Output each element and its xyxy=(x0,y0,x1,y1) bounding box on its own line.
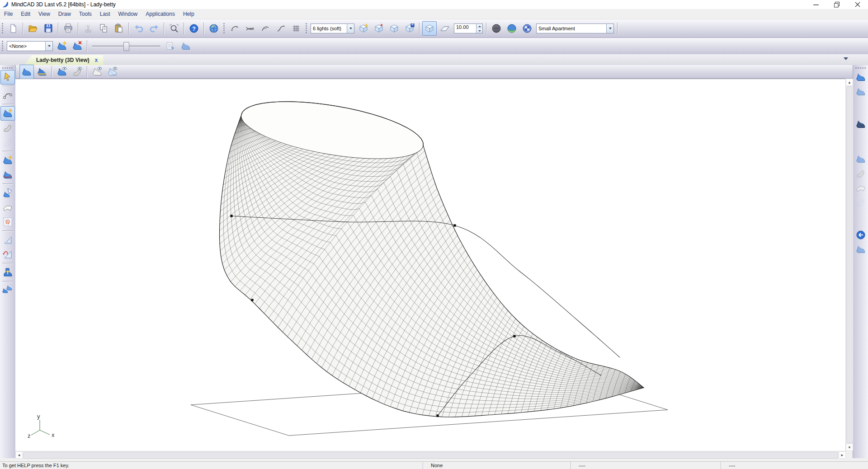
last-design-button[interactable] xyxy=(0,106,15,121)
show-last-button[interactable] xyxy=(55,65,69,79)
curve-cross-button[interactable] xyxy=(243,21,257,36)
curve-edit-button[interactable] xyxy=(0,88,15,103)
material-ground-button[interactable] xyxy=(505,21,519,36)
render-add-button[interactable] xyxy=(356,21,371,36)
cut-button[interactable] xyxy=(81,21,95,36)
material-pattern-button[interactable] xyxy=(520,21,534,36)
surface-patch-button[interactable] xyxy=(0,200,15,215)
flatten-button[interactable] xyxy=(0,186,15,200)
3d-viewport[interactable]: yxz xyxy=(15,79,846,451)
snap-grid-button[interactable] xyxy=(289,21,303,36)
shoe-textured-button[interactable] xyxy=(35,65,49,79)
menu-tools[interactable]: Tools xyxy=(75,9,96,19)
aux-tool-5-button[interactable] xyxy=(854,242,868,257)
lights-combo[interactable]: 6 lights (soft) xyxy=(311,23,354,33)
scroll-up-icon[interactable]: ▲ xyxy=(846,79,853,86)
environment-combo[interactable]: Small Apartment xyxy=(536,23,614,33)
menu-window[interactable]: Window xyxy=(114,9,142,19)
menu-edit[interactable]: Edit xyxy=(17,9,34,19)
select-button[interactable] xyxy=(0,70,15,84)
sole-outline-button[interactable] xyxy=(0,135,15,150)
show-mesh-button[interactable] xyxy=(105,65,120,79)
reference-last-button[interactable] xyxy=(854,117,868,131)
save-button[interactable] xyxy=(41,21,56,36)
print-button[interactable] xyxy=(61,21,75,36)
menu-last[interactable]: Last xyxy=(96,9,114,19)
render-mode-button[interactable] xyxy=(387,21,401,36)
insole-design-button[interactable] xyxy=(0,121,15,135)
transparency-slider[interactable] xyxy=(92,42,160,51)
section-delete-button[interactable] xyxy=(70,39,85,53)
compare-last-button[interactable] xyxy=(854,70,868,84)
help-button[interactable]: ? xyxy=(187,21,201,36)
aux-tool-2-button[interactable] xyxy=(854,166,868,181)
zoom-select-button[interactable] xyxy=(167,21,181,36)
show-shell-button[interactable] xyxy=(90,65,104,79)
maximize-restore-button[interactable] xyxy=(826,0,847,9)
paste-button[interactable] xyxy=(112,21,126,36)
toolbar-grip[interactable] xyxy=(305,23,307,34)
notes-button[interactable] xyxy=(163,39,178,53)
toolbar-grip[interactable] xyxy=(1,40,4,52)
menu-help[interactable]: Help xyxy=(179,9,198,19)
toolbar-grip[interactable] xyxy=(855,67,867,69)
chevron-down-icon[interactable] xyxy=(45,42,52,51)
viewport-hscrollbar[interactable]: ◄ ► xyxy=(15,451,846,459)
shoe-preview-button[interactable] xyxy=(179,39,193,53)
redo-button[interactable] xyxy=(147,21,161,36)
section-combo[interactable]: <None> xyxy=(7,41,53,51)
spin-down-icon[interactable] xyxy=(476,28,482,33)
viewport-hscrollbar-thumb[interactable] xyxy=(23,452,838,459)
control-point[interactable] xyxy=(230,215,232,217)
curve-draw-button[interactable] xyxy=(274,21,288,36)
menu-draw[interactable]: Draw xyxy=(54,9,75,19)
boot-export-button[interactable] xyxy=(0,265,15,280)
toolbar-overflow-icon[interactable] xyxy=(844,57,848,60)
measure-curve-button[interactable] xyxy=(0,247,15,262)
curve-point-button[interactable] xyxy=(258,21,273,36)
last-pair-button[interactable] xyxy=(0,283,15,298)
chevron-down-icon[interactable] xyxy=(347,24,354,33)
viewport-vscrollbar-thumb[interactable] xyxy=(846,86,854,443)
toolbar-grip[interactable] xyxy=(1,23,4,34)
last-solid-button[interactable] xyxy=(19,65,34,79)
shoe-modify-button[interactable] xyxy=(0,168,15,182)
aux-tool-3-button[interactable] xyxy=(854,181,868,195)
tolerance-spinner[interactable]: 10.00 xyxy=(454,23,483,33)
scroll-down-icon[interactable]: ▼ xyxy=(846,444,853,451)
shaded-view-button[interactable] xyxy=(422,21,437,36)
chevron-down-icon[interactable] xyxy=(606,24,613,33)
menu-file[interactable]: File xyxy=(0,9,17,19)
section-add-button[interactable] xyxy=(55,39,69,53)
render-save-button[interactable] xyxy=(402,21,417,36)
measure-button[interactable] xyxy=(0,233,15,247)
plane-view-button[interactable] xyxy=(438,21,452,36)
open-button[interactable] xyxy=(26,21,40,36)
copy-button[interactable] xyxy=(96,21,111,36)
minimize-button[interactable] xyxy=(806,0,826,9)
toolbar-grip[interactable] xyxy=(2,67,14,69)
aux-tool-4-button[interactable] xyxy=(854,195,868,210)
spin-up-icon[interactable] xyxy=(476,24,482,28)
undo-button[interactable] xyxy=(132,21,146,36)
menu-applications[interactable]: Applications xyxy=(142,9,179,19)
close-button[interactable] xyxy=(847,0,868,9)
control-point[interactable] xyxy=(513,335,515,337)
document-tab[interactable]: Lady-betty (3D View) x xyxy=(24,55,104,65)
scroll-left-icon[interactable]: ◄ xyxy=(15,451,23,459)
mirror-last-button[interactable] xyxy=(854,84,868,99)
slider-handle[interactable] xyxy=(123,42,129,51)
tab-close-icon[interactable]: x xyxy=(95,57,98,63)
navigate-back-button[interactable] xyxy=(854,228,868,242)
aux-tool-1-button[interactable] xyxy=(854,152,868,166)
toolbar-grip[interactable] xyxy=(223,23,225,34)
material-dark-button[interactable] xyxy=(489,21,504,36)
show-insole-button[interactable] xyxy=(70,65,85,79)
shoe-create-button[interactable] xyxy=(0,153,15,168)
scroll-right-icon[interactable]: ► xyxy=(839,451,846,459)
texture-patch-button[interactable] xyxy=(0,215,15,229)
new-button[interactable] xyxy=(6,21,20,36)
viewport-vscrollbar[interactable]: ▲ ▼ xyxy=(845,79,853,451)
curve-create-button[interactable] xyxy=(227,21,242,36)
render-delete-button[interactable] xyxy=(372,21,386,36)
